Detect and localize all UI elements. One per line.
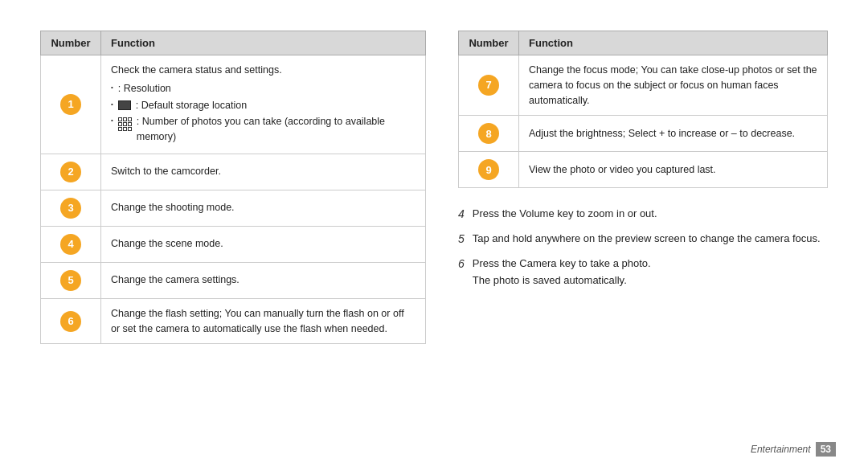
table-row: 8Adjust the brightness; Select + to incr… (459, 116, 828, 152)
page-number: 53 (816, 442, 836, 457)
number-cell: 4 (41, 226, 101, 262)
bullet-text: : Resolution (118, 81, 171, 96)
number-cell: 5 (41, 262, 101, 298)
page-footer: Entertainment 53 (751, 442, 836, 457)
table-row: 2Switch to the camcorder. (41, 154, 426, 190)
note-text: Tap and hold anywhere on the preview scr… (473, 231, 821, 248)
bullet-text: : Default storage location (136, 98, 247, 113)
right-table-container: Number Function 7Change the focus mode; … (458, 31, 828, 188)
number-badge: 6 (60, 311, 81, 332)
number-badge: 5 (60, 270, 81, 291)
number-badge: 1 (60, 94, 81, 115)
notes-section: 4Press the Volume key to zoom in or out.… (458, 191, 828, 440)
note-text: Press the Volume key to zoom in or out. (473, 206, 657, 223)
function-text: Change the scene mode. (101, 226, 426, 262)
table-row: 1Check the camera status and settings.•:… (41, 55, 426, 154)
right-section: Number Function 7Change the focus mode; … (458, 31, 828, 440)
number-cell: 2 (41, 154, 101, 190)
table-row: 7Change the focus mode; You can take clo… (459, 55, 828, 116)
bullet-item: •: Resolution (111, 81, 416, 96)
number-cell: 3 (41, 190, 101, 226)
note-text: Press the Camera key to take a photo. Th… (473, 256, 651, 289)
left-col2-header: Function (101, 31, 426, 55)
bullet-item: •: Number of photos you can take (accord… (111, 114, 416, 145)
bullet-item: •: Default storage location (111, 98, 416, 113)
footer-label: Entertainment (751, 444, 811, 455)
note-number: 6 (458, 256, 465, 289)
number-cell: 9 (459, 152, 519, 188)
number-cell: 7 (459, 55, 519, 116)
number-badge: 8 (478, 123, 499, 144)
function-cell: Check the camera status and settings.•: … (101, 55, 426, 154)
function-text: Switch to the camcorder. (101, 154, 426, 190)
table-row: 9View the photo or video you captured la… (459, 152, 828, 188)
note-item: 6Press the Camera key to take a photo. T… (458, 256, 828, 289)
note-item: 4Press the Volume key to zoom in or out. (458, 206, 828, 223)
right-col2-header: Function (519, 31, 828, 55)
storage-icon (118, 100, 131, 110)
note-number: 4 (458, 206, 465, 223)
function-text: Check the camera status and settings. (111, 63, 416, 78)
table-row: 5Change the camera settings. (41, 262, 426, 298)
right-table: Number Function 7Change the focus mode; … (458, 31, 828, 188)
number-badge: 2 (60, 162, 81, 182)
function-text: Change the flash setting; You can manual… (101, 298, 426, 344)
left-table-container: Number Function 1Check the camera status… (40, 31, 426, 440)
number-cell: 1 (41, 55, 101, 154)
number-badge: 9 (478, 159, 499, 180)
note-item: 5Tap and hold anywhere on the preview sc… (458, 231, 828, 248)
bullet-text: : Number of photos you can take (accordi… (137, 114, 416, 145)
function-text: Change the camera settings. (101, 262, 426, 298)
number-badge: 7 (478, 75, 499, 96)
number-badge: 4 (60, 234, 81, 255)
table-row: 6Change the flash setting; You can manua… (41, 298, 426, 344)
note-number: 5 (458, 231, 465, 248)
left-table: Number Function 1Check the camera status… (40, 31, 426, 344)
number-badge: 3 (60, 198, 81, 219)
function-text: Adjust the brightness; Select + to incre… (519, 116, 828, 152)
grid-icon (118, 117, 132, 131)
right-col1-header: Number (459, 31, 519, 55)
table-row: 4Change the scene mode. (41, 226, 426, 262)
function-text: View the photo or video you captured las… (519, 152, 828, 188)
function-text: Change the focus mode; You can take clos… (519, 55, 828, 116)
number-cell: 8 (459, 116, 519, 152)
table-row: 3Change the shooting mode. (41, 190, 426, 226)
left-col1-header: Number (41, 31, 101, 55)
number-cell: 6 (41, 298, 101, 344)
function-text: Change the shooting mode. (101, 190, 426, 226)
